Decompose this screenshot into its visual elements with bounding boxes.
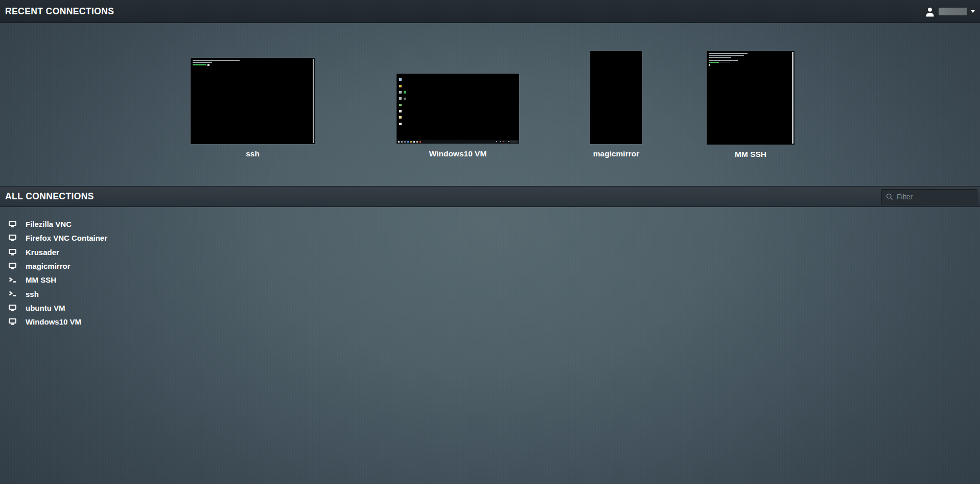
terminal-text-line	[709, 57, 731, 58]
desktop-icon	[404, 98, 406, 100]
desktop-icon	[399, 123, 402, 125]
recent-connections-title: RECENT CONNECTIONS	[0, 6, 114, 17]
connection-list: Filezilla VNC Firefox VNC Container Krus…	[0, 217, 307, 329]
user-menu-button[interactable]	[923, 0, 977, 23]
filter-input[interactable]	[897, 193, 973, 201]
terminal-cursor	[709, 64, 710, 66]
connection-item-magicmirror[interactable]: magicmirror	[0, 259, 307, 273]
connection-label: Windows10 VM	[26, 317, 81, 326]
taskbar-icon	[419, 141, 421, 143]
desktop-icon	[404, 91, 406, 94]
chevron-down-icon	[971, 10, 975, 13]
tray-clock	[510, 141, 518, 143]
all-connections-title: ALL CONNECTIONS	[0, 191, 94, 202]
terminal-prompt-line	[709, 62, 719, 63]
filter-box	[881, 189, 977, 204]
monitor-icon	[9, 249, 16, 256]
monitor-icon	[9, 221, 16, 227]
desktop-icon	[399, 78, 402, 81]
taskbar-icon	[413, 141, 415, 143]
taskbar-icon	[404, 141, 406, 143]
windows-desktop-thumbnail	[396, 74, 519, 144]
ssh-terminal-thumbnail	[191, 58, 315, 144]
connection-label: magicmirror	[26, 262, 71, 270]
connection-label: ubuntu VM	[26, 304, 65, 312]
search-icon	[886, 193, 893, 200]
monitor-icon	[9, 235, 16, 241]
terminal-text-line	[709, 55, 744, 56]
taskbar-icon	[410, 141, 412, 143]
terminal-text-line	[193, 60, 240, 61]
recent-connection-label: ssh	[246, 149, 260, 158]
monitor-icon	[9, 318, 16, 325]
taskbar-icon	[416, 141, 418, 143]
tray-icon	[508, 141, 509, 142]
recent-connection-label: Windows10 VM	[429, 149, 487, 158]
mm-ssh-terminal-thumbnail	[707, 51, 795, 145]
connection-label: ssh	[26, 290, 39, 298]
connection-label: Firefox VNC Container	[26, 234, 107, 242]
taskbar-icon	[398, 141, 400, 143]
recent-connection-windows10-vm[interactable]: Windows10 VM	[396, 74, 519, 160]
connection-item-ssh[interactable]: ssh	[0, 287, 307, 301]
terminal-text-line	[720, 62, 730, 63]
desktop-icon	[399, 104, 402, 106]
username-redacted	[939, 8, 967, 15]
desktop-icon	[399, 91, 402, 94]
monitor-icon	[9, 263, 16, 269]
terminal-icon	[9, 291, 16, 297]
desktop-icon	[399, 85, 402, 87]
connection-label: Filezilla VNC	[26, 220, 72, 228]
connection-item-firefox-vnc-container[interactable]: Firefox VNC Container	[0, 231, 307, 245]
top-bar: RECENT CONNECTIONS	[0, 0, 980, 23]
connection-item-krusader[interactable]: Krusader	[0, 245, 307, 259]
desktop-icon	[399, 110, 402, 112]
all-connections-bar: ALL CONNECTIONS	[0, 186, 980, 207]
taskbar-icon	[401, 141, 403, 143]
scrollbar	[313, 59, 314, 143]
tray-icon	[500, 141, 501, 142]
scrollbar	[792, 52, 794, 144]
connection-label: MM SSH	[26, 275, 56, 284]
desktop-icon	[399, 116, 402, 119]
connection-item-mm-ssh[interactable]: MM SSH	[0, 273, 307, 287]
terminal-prompt-line	[193, 64, 206, 65]
user-icon	[925, 7, 935, 17]
recent-connection-ssh[interactable]: ssh	[191, 58, 315, 160]
desktop-icon	[399, 97, 402, 100]
monitor-icon	[9, 305, 16, 311]
tray-icon	[503, 141, 504, 142]
recent-connection-mm-ssh[interactable]: MM SSH	[707, 51, 795, 161]
connection-item-filezilla-vnc[interactable]: Filezilla VNC	[0, 217, 307, 231]
terminal-text-line	[193, 62, 212, 63]
connection-item-ubuntu-vm[interactable]: ubuntu VM	[0, 301, 307, 315]
taskbar-icon	[407, 141, 409, 143]
taskbar	[397, 140, 519, 143]
blank-screen-thumbnail	[590, 51, 642, 144]
connection-label: Krusader	[26, 248, 59, 257]
terminal-text-line	[709, 53, 748, 54]
connection-item-windows10-vm[interactable]: Windows10 VM	[0, 315, 307, 329]
recent-connection-magicmirror[interactable]: magicmirror	[590, 51, 642, 161]
terminal-text-line	[709, 60, 738, 61]
terminal-icon	[9, 277, 16, 283]
recent-connection-label: MM SSH	[735, 150, 766, 159]
tray-icon	[496, 141, 497, 142]
recent-connection-label: magicmirror	[593, 149, 639, 158]
terminal-cursor	[207, 64, 209, 66]
